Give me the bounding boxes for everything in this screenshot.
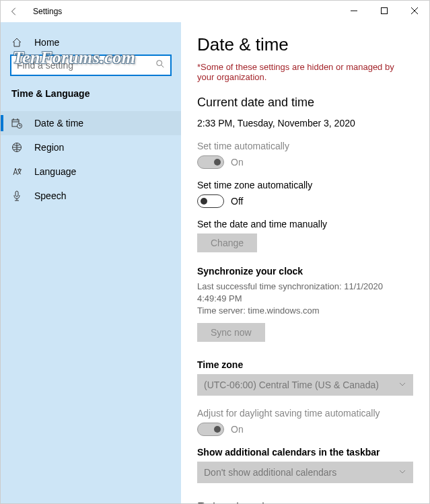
chevron-down-icon — [398, 380, 406, 390]
sidebar: Home Time & Language Date & time Region — [1, 22, 181, 503]
dropdown-value: (UTC-06:00) Central Time (US & Canada) — [204, 380, 379, 390]
titlebar: Settings — [1, 1, 429, 22]
microphone-icon — [11, 190, 24, 201]
minimize-button[interactable] — [338, 1, 369, 21]
timezone-label: Time zone — [197, 359, 413, 370]
current-datetime: 2:33 PM, Tuesday, November 3, 2020 — [197, 118, 413, 129]
page-title: Date & time — [197, 34, 413, 55]
calendars-dropdown[interactable]: Don't show additional calendars — [197, 462, 413, 483]
nav-label: Region — [34, 142, 64, 153]
sync-last: Last successful time synchronization: 11… — [197, 281, 413, 305]
auto-time-label: Set time automatically — [197, 141, 413, 151]
dst-toggle: On — [197, 423, 413, 436]
home-label: Home — [34, 37, 59, 48]
nav-label: Language — [34, 166, 76, 177]
timezone-dropdown: (UTC-06:00) Central Time (US & Canada) — [197, 374, 413, 396]
language-icon — [11, 166, 24, 177]
main-content: Date & time *Some of these settings are … — [181, 22, 429, 503]
manual-label: Set the date and time manually — [197, 219, 413, 229]
toggle-state: On — [231, 157, 244, 168]
nav-item-language[interactable]: Language — [1, 159, 181, 184]
search-input[interactable] — [17, 60, 155, 71]
dst-label: Adjust for daylight saving time automati… — [197, 408, 413, 419]
nav-label: Date & time — [34, 118, 83, 129]
current-heading: Current date and time — [197, 96, 413, 110]
svg-rect-0 — [381, 8, 387, 14]
sync-heading: Synchronize your clock — [197, 266, 413, 277]
close-button[interactable] — [399, 1, 429, 21]
nav-item-speech[interactable]: Speech — [1, 184, 181, 208]
svg-point-1 — [157, 61, 162, 66]
category-heading: Time & Language — [1, 88, 181, 111]
window-controls — [338, 1, 429, 21]
nav-item-date-time[interactable]: Date & time — [1, 111, 181, 135]
dropdown-value: Don't show additional calendars — [204, 467, 336, 478]
search-icon — [155, 59, 165, 71]
sync-server: Time server: time.windows.com — [197, 305, 413, 317]
auto-time-toggle: On — [197, 155, 413, 169]
back-button[interactable] — [6, 3, 22, 20]
calendars-label: Show additional calendars in the taskbar — [197, 447, 413, 458]
home-icon — [11, 37, 24, 48]
home-button[interactable]: Home — [1, 33, 181, 55]
svg-rect-5 — [15, 191, 18, 196]
sync-now-button: Sync now — [197, 323, 265, 342]
auto-tz-toggle[interactable]: Off — [197, 194, 413, 208]
search-box[interactable] — [10, 55, 172, 76]
chevron-down-icon — [398, 467, 406, 478]
nav-label: Speech — [34, 190, 66, 201]
toggle-state: On — [231, 424, 244, 435]
change-button: Change — [197, 233, 257, 252]
toggle-state: Off — [231, 196, 243, 207]
nav-item-region[interactable]: Region — [1, 135, 181, 159]
auto-tz-label: Set time zone automatically — [197, 180, 413, 190]
maximize-button[interactable] — [369, 1, 399, 21]
org-warning: *Some of these settings are hidden or ma… — [197, 62, 413, 82]
calendar-clock-icon — [11, 118, 24, 129]
window-title: Settings — [33, 7, 62, 16]
globe-icon — [11, 142, 24, 153]
related-heading: Related settings — [197, 501, 413, 503]
